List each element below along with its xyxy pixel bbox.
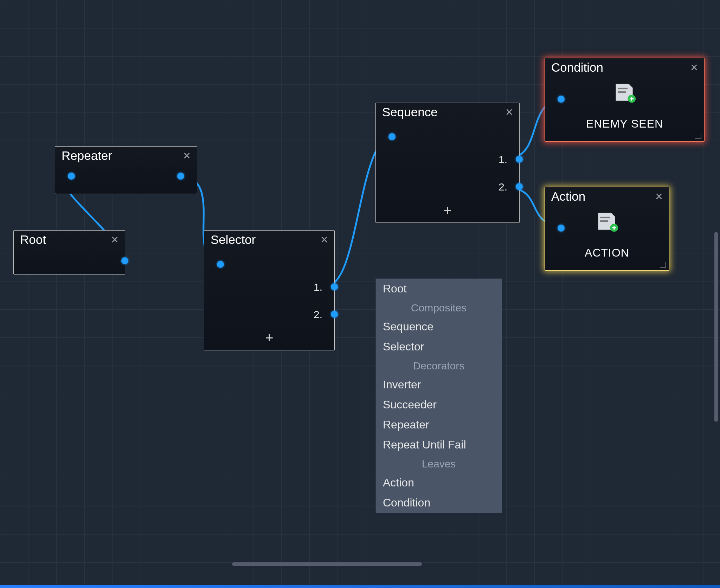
port-out[interactable] [121, 257, 128, 264]
node-condition-title: Condition [551, 60, 603, 75]
node-action-title: Action [551, 189, 585, 203]
scrollbar-vertical[interactable] [714, 232, 718, 422]
slot-label-2: 2. [499, 181, 507, 193]
plus-icon[interactable]: + [265, 330, 273, 346]
menu-item-repeater[interactable]: Repeater [376, 415, 502, 435]
port-in[interactable] [558, 225, 565, 232]
port-out-2[interactable] [331, 311, 338, 318]
close-icon[interactable]: × [183, 149, 191, 162]
menu-item-inverter[interactable]: Inverter [376, 375, 502, 395]
slot-label-1: 1. [314, 281, 322, 293]
menu-item-selector[interactable]: Selector [376, 337, 502, 357]
node-root-title: Root [20, 233, 46, 247]
menu-item-sequence[interactable]: Sequence [376, 317, 502, 337]
menu-item-succeeder[interactable]: Succeeder [376, 395, 502, 415]
scrollbar-horizontal[interactable] [232, 562, 422, 566]
menu-item-condition[interactable]: Condition [376, 493, 502, 513]
context-menu[interactable]: Root Composites Sequence Selector Decora… [375, 278, 502, 513]
slot-label-2: 2. [314, 309, 322, 321]
menu-item-repeat-until-fail[interactable]: Repeat Until Fail [376, 435, 502, 455]
menu-section-decorators: Decorators [376, 357, 502, 375]
node-action-value: ACTION [545, 246, 669, 259]
resize-handle[interactable] [660, 262, 666, 268]
menu-item-root[interactable]: Root [376, 279, 502, 299]
node-repeater-title: Repeater [62, 149, 112, 163]
port-in[interactable] [388, 133, 396, 140]
slot-label-1: 1. [499, 154, 507, 166]
menu-section-composites: Composites [376, 299, 502, 317]
node-condition[interactable]: Condition × ENEMY SEEN [545, 58, 705, 142]
plus-icon[interactable]: + [443, 202, 451, 218]
close-icon[interactable]: × [321, 233, 328, 246]
bottom-taskbar-edge [0, 585, 720, 588]
node-action[interactable]: Action × ACTION [545, 187, 669, 271]
close-icon[interactable]: × [111, 233, 118, 246]
node-sequence-title: Sequence [382, 105, 438, 119]
port-out-1[interactable] [331, 283, 338, 290]
svg-rect-1 [618, 91, 626, 93]
node-root[interactable]: Root × [13, 230, 125, 274]
node-repeater[interactable]: Repeater × [55, 146, 197, 194]
port-out[interactable] [177, 173, 184, 180]
close-icon[interactable]: × [506, 106, 513, 118]
node-condition-value: ENEMY SEEN [545, 117, 704, 130]
node-selector-title: Selector [211, 233, 256, 247]
port-in[interactable] [217, 261, 224, 268]
node-sequence[interactable]: Sequence × 1. 2. + [375, 103, 520, 223]
close-icon[interactable]: × [655, 190, 663, 203]
port-out-2[interactable] [516, 183, 523, 190]
node-selector[interactable]: Selector × 1. 2. + [204, 230, 335, 350]
port-in[interactable] [558, 96, 565, 103]
svg-rect-3 [600, 217, 610, 218]
port-in[interactable] [68, 173, 75, 180]
menu-section-leaves: Leaves [376, 455, 502, 473]
close-icon[interactable]: × [690, 61, 698, 74]
svg-rect-4 [600, 220, 608, 222]
port-out-1[interactable] [516, 156, 523, 163]
script-icon [613, 82, 637, 103]
script-icon [595, 211, 619, 232]
resize-handle[interactable] [695, 133, 701, 139]
svg-rect-0 [618, 88, 628, 89]
menu-item-action[interactable]: Action [376, 473, 502, 493]
